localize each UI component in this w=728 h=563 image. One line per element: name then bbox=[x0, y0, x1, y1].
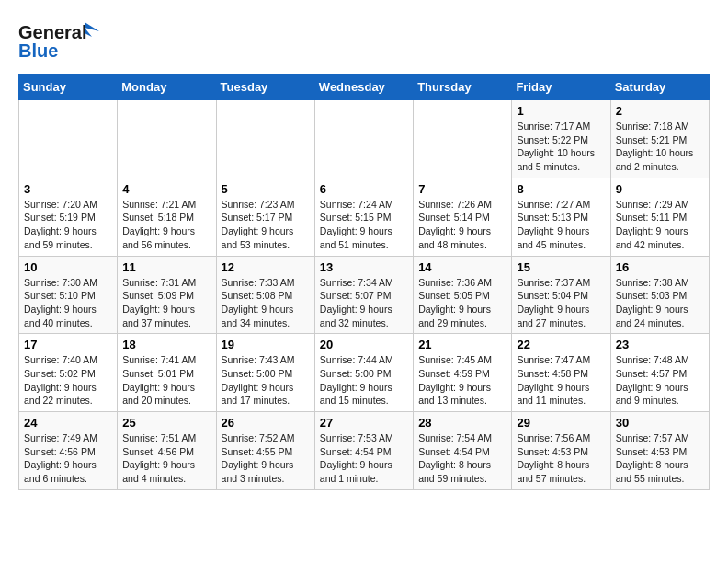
day-number: 27 bbox=[320, 416, 408, 430]
calendar-cell: 14Sunrise: 7:36 AMSunset: 5:05 PMDayligh… bbox=[414, 256, 512, 334]
day-number: 6 bbox=[320, 182, 408, 196]
day-number: 29 bbox=[517, 416, 605, 430]
calendar-cell: 18Sunrise: 7:41 AMSunset: 5:01 PMDayligh… bbox=[118, 334, 216, 412]
day-info: Sunrise: 7:36 AMSunset: 5:05 PMDaylight:… bbox=[418, 276, 506, 330]
day-info: Sunrise: 7:27 AMSunset: 5:13 PMDaylight:… bbox=[517, 198, 605, 252]
day-info: Sunrise: 7:57 AMSunset: 4:53 PMDaylight:… bbox=[616, 431, 704, 486]
calendar-cell: 5Sunrise: 7:23 AMSunset: 5:17 PMDaylight… bbox=[216, 178, 314, 256]
day-info: Sunrise: 7:18 AMSunset: 5:21 PMDaylight:… bbox=[616, 120, 704, 174]
weekday-header-tuesday: Tuesday bbox=[216, 75, 314, 100]
day-info: Sunrise: 7:29 AMSunset: 5:11 PMDaylight:… bbox=[616, 198, 704, 252]
calendar-cell: 8Sunrise: 7:27 AMSunset: 5:13 PMDaylight… bbox=[512, 178, 610, 256]
calendar-cell: 6Sunrise: 7:24 AMSunset: 5:15 PMDaylight… bbox=[314, 178, 413, 256]
weekday-header-monday: Monday bbox=[118, 75, 216, 100]
calendar-cell: 27Sunrise: 7:53 AMSunset: 4:54 PMDayligh… bbox=[314, 412, 413, 490]
day-info: Sunrise: 7:56 AMSunset: 4:53 PMDaylight:… bbox=[517, 431, 605, 486]
calendar-cell: 7Sunrise: 7:26 AMSunset: 5:14 PMDaylight… bbox=[414, 178, 512, 256]
day-number: 17 bbox=[24, 338, 112, 351]
calendar-cell: 1Sunrise: 7:17 AMSunset: 5:22 PMDaylight… bbox=[512, 100, 610, 178]
day-info: Sunrise: 7:33 AMSunset: 5:08 PMDaylight:… bbox=[222, 276, 310, 330]
day-number: 15 bbox=[517, 260, 605, 274]
calendar-cell: 22Sunrise: 7:47 AMSunset: 4:58 PMDayligh… bbox=[512, 334, 610, 412]
day-info: Sunrise: 7:17 AMSunset: 5:22 PMDaylight:… bbox=[517, 120, 605, 174]
calendar-cell bbox=[19, 100, 118, 178]
weekday-header-sunday: Sunday bbox=[19, 75, 118, 100]
day-info: Sunrise: 7:37 AMSunset: 5:04 PMDaylight:… bbox=[517, 276, 605, 330]
day-number: 2 bbox=[616, 104, 704, 118]
calendar-cell bbox=[118, 100, 216, 178]
weekday-header-row: SundayMondayTuesdayWednesdayThursdayFrid… bbox=[19, 75, 710, 100]
day-info: Sunrise: 7:38 AMSunset: 5:03 PMDaylight:… bbox=[616, 276, 704, 330]
day-info: Sunrise: 7:26 AMSunset: 5:14 PMDaylight:… bbox=[418, 198, 506, 252]
calendar-cell: 26Sunrise: 7:52 AMSunset: 4:55 PMDayligh… bbox=[216, 412, 314, 490]
day-number: 19 bbox=[222, 338, 310, 351]
weekday-header-saturday: Saturday bbox=[610, 75, 709, 100]
calendar-cell bbox=[414, 100, 512, 178]
day-info: Sunrise: 7:34 AMSunset: 5:07 PMDaylight:… bbox=[320, 276, 408, 330]
calendar-cell: 10Sunrise: 7:30 AMSunset: 5:10 PMDayligh… bbox=[19, 256, 118, 334]
day-info: Sunrise: 7:47 AMSunset: 4:58 PMDaylight:… bbox=[517, 353, 605, 408]
day-info: Sunrise: 7:20 AMSunset: 5:19 PMDaylight:… bbox=[24, 198, 112, 252]
calendar-body: 1Sunrise: 7:17 AMSunset: 5:22 PMDaylight… bbox=[19, 100, 710, 490]
week-row-1: 3Sunrise: 7:20 AMSunset: 5:19 PMDaylight… bbox=[19, 178, 710, 256]
day-number: 20 bbox=[320, 338, 408, 351]
day-number: 1 bbox=[517, 104, 605, 118]
calendar-cell: 4Sunrise: 7:21 AMSunset: 5:18 PMDaylight… bbox=[118, 178, 216, 256]
weekday-header-wednesday: Wednesday bbox=[314, 75, 413, 100]
weekday-header-thursday: Thursday bbox=[414, 75, 512, 100]
day-number: 16 bbox=[616, 260, 704, 274]
day-number: 7 bbox=[418, 182, 506, 196]
day-info: Sunrise: 7:41 AMSunset: 5:01 PMDaylight:… bbox=[122, 353, 210, 408]
weekday-header-friday: Friday bbox=[512, 75, 610, 100]
week-row-2: 10Sunrise: 7:30 AMSunset: 5:10 PMDayligh… bbox=[19, 256, 710, 334]
calendar-cell: 29Sunrise: 7:56 AMSunset: 4:53 PMDayligh… bbox=[512, 412, 610, 490]
calendar-cell: 17Sunrise: 7:40 AMSunset: 5:02 PMDayligh… bbox=[19, 334, 118, 412]
day-info: Sunrise: 7:43 AMSunset: 5:00 PMDaylight:… bbox=[222, 353, 310, 408]
day-number: 26 bbox=[222, 416, 310, 430]
calendar-cell: 12Sunrise: 7:33 AMSunset: 5:08 PMDayligh… bbox=[216, 256, 314, 334]
logo-svg: GeneralBlue bbox=[18, 18, 101, 64]
day-info: Sunrise: 7:23 AMSunset: 5:17 PMDaylight:… bbox=[222, 198, 310, 252]
day-info: Sunrise: 7:51 AMSunset: 4:56 PMDaylight:… bbox=[122, 431, 210, 486]
calendar-cell: 28Sunrise: 7:54 AMSunset: 4:54 PMDayligh… bbox=[414, 412, 512, 490]
calendar-cell: 19Sunrise: 7:43 AMSunset: 5:00 PMDayligh… bbox=[216, 334, 314, 412]
calendar: SundayMondayTuesdayWednesdayThursdayFrid… bbox=[18, 74, 710, 490]
day-info: Sunrise: 7:40 AMSunset: 5:02 PMDaylight:… bbox=[24, 353, 112, 408]
day-info: Sunrise: 7:54 AMSunset: 4:54 PMDaylight:… bbox=[418, 431, 506, 486]
day-number: 25 bbox=[122, 416, 210, 430]
day-number: 30 bbox=[616, 416, 704, 430]
day-number: 28 bbox=[418, 416, 506, 430]
day-info: Sunrise: 7:44 AMSunset: 5:00 PMDaylight:… bbox=[320, 353, 408, 408]
calendar-cell: 23Sunrise: 7:48 AMSunset: 4:57 PMDayligh… bbox=[610, 334, 709, 412]
calendar-cell: 2Sunrise: 7:18 AMSunset: 5:21 PMDaylight… bbox=[610, 100, 709, 178]
header: GeneralBlue bbox=[18, 18, 710, 64]
day-info: Sunrise: 7:31 AMSunset: 5:09 PMDaylight:… bbox=[122, 276, 210, 330]
logo: GeneralBlue bbox=[18, 18, 101, 64]
day-number: 24 bbox=[24, 416, 112, 430]
calendar-cell: 25Sunrise: 7:51 AMSunset: 4:56 PMDayligh… bbox=[118, 412, 216, 490]
day-info: Sunrise: 7:53 AMSunset: 4:54 PMDaylight:… bbox=[320, 431, 408, 486]
calendar-cell: 11Sunrise: 7:31 AMSunset: 5:09 PMDayligh… bbox=[118, 256, 216, 334]
calendar-cell bbox=[216, 100, 314, 178]
day-number: 3 bbox=[24, 182, 112, 196]
day-number: 18 bbox=[122, 338, 210, 351]
day-info: Sunrise: 7:48 AMSunset: 4:57 PMDaylight:… bbox=[616, 353, 704, 408]
calendar-cell: 30Sunrise: 7:57 AMSunset: 4:53 PMDayligh… bbox=[610, 412, 709, 490]
week-row-3: 17Sunrise: 7:40 AMSunset: 5:02 PMDayligh… bbox=[19, 334, 710, 412]
day-number: 5 bbox=[222, 182, 310, 196]
week-row-4: 24Sunrise: 7:49 AMSunset: 4:56 PMDayligh… bbox=[19, 412, 710, 490]
day-number: 22 bbox=[517, 338, 605, 351]
calendar-cell: 3Sunrise: 7:20 AMSunset: 5:19 PMDaylight… bbox=[19, 178, 118, 256]
day-info: Sunrise: 7:45 AMSunset: 4:59 PMDaylight:… bbox=[418, 353, 506, 408]
day-number: 14 bbox=[418, 260, 506, 274]
svg-text:General: General bbox=[18, 22, 86, 42]
svg-text:Blue: Blue bbox=[18, 40, 58, 61]
calendar-cell: 16Sunrise: 7:38 AMSunset: 5:03 PMDayligh… bbox=[610, 256, 709, 334]
day-number: 10 bbox=[24, 260, 112, 274]
calendar-cell: 20Sunrise: 7:44 AMSunset: 5:00 PMDayligh… bbox=[314, 334, 413, 412]
day-info: Sunrise: 7:49 AMSunset: 4:56 PMDaylight:… bbox=[24, 431, 112, 486]
calendar-cell: 24Sunrise: 7:49 AMSunset: 4:56 PMDayligh… bbox=[19, 412, 118, 490]
day-info: Sunrise: 7:52 AMSunset: 4:55 PMDaylight:… bbox=[222, 431, 310, 486]
day-number: 4 bbox=[122, 182, 210, 196]
day-info: Sunrise: 7:30 AMSunset: 5:10 PMDaylight:… bbox=[24, 276, 112, 330]
